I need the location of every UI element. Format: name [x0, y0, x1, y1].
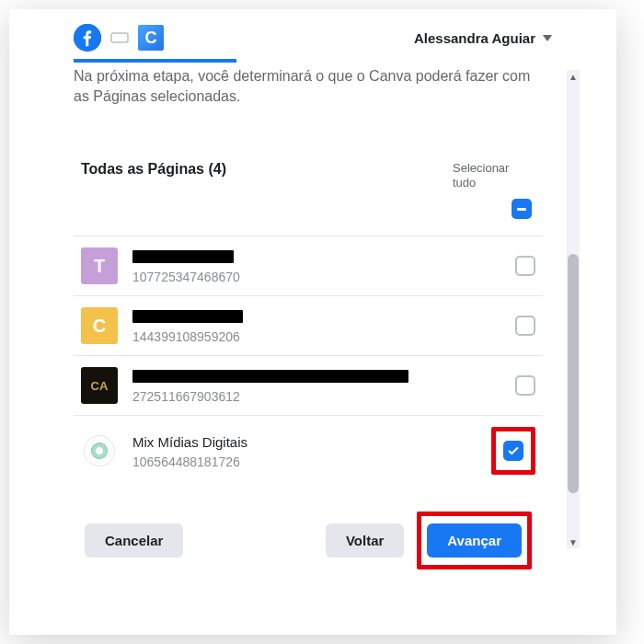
- page-avatar: [84, 435, 115, 466]
- highlight-annotation: Avançar: [417, 512, 532, 569]
- user-name: Alessandra Aguiar: [414, 30, 535, 46]
- footer-right: Voltar Avançar: [326, 512, 532, 569]
- redacted-name: [132, 370, 408, 383]
- page-info: 144399108959206: [132, 307, 484, 344]
- page-id: 144399108959206: [132, 329, 484, 344]
- page-id: 107725347468670: [132, 270, 484, 284]
- caret-down-icon: [543, 35, 552, 41]
- page-name: Mix Mídias Digitais: [132, 432, 484, 451]
- page-id: 272511667903612: [132, 389, 484, 404]
- next-button[interactable]: Avançar: [427, 523, 522, 558]
- page-avatar: C: [81, 307, 118, 344]
- dialog-header: C Alessandra Aguiar: [9, 9, 616, 59]
- scrollbar[interactable]: ▲ ▼: [567, 70, 580, 548]
- checkbox-wrap: [499, 256, 535, 276]
- page-checkbox[interactable]: [515, 256, 535, 276]
- page-row: Mix Mídias Digitais 106564488181726: [74, 415, 543, 486]
- app-icon-letter: C: [145, 29, 157, 48]
- dialog-container: C Alessandra Aguiar Na próxima etapa, vo…: [9, 9, 616, 635]
- dialog-footer: Cancelar Voltar Avançar: [74, 486, 543, 569]
- indeterminate-icon: [517, 208, 526, 211]
- page-info: 272511667903612: [132, 367, 484, 404]
- select-all-label: Selecionar tudo: [453, 161, 535, 190]
- page-avatar: CA: [81, 367, 118, 404]
- header-left: C: [74, 24, 164, 52]
- scroll-down-icon[interactable]: ▼: [567, 535, 580, 548]
- progress-track: [74, 59, 552, 63]
- svg-rect-1: [111, 33, 128, 42]
- redacted-name: [132, 310, 243, 323]
- highlight-annotation: [491, 427, 535, 475]
- back-button[interactable]: Voltar: [326, 523, 404, 558]
- page-checkbox[interactable]: [515, 316, 535, 336]
- avatar-letter: CA: [91, 379, 109, 393]
- avatar-graphic: [91, 443, 108, 459]
- list-header: Todas as Páginas (4) Selecionar tudo: [74, 115, 543, 236]
- page-name: [132, 247, 484, 266]
- scroll-up-icon[interactable]: ▲: [567, 70, 580, 83]
- select-all: Selecionar tudo: [453, 161, 535, 219]
- cancel-button[interactable]: Cancelar: [85, 523, 183, 558]
- page-avatar: T: [81, 247, 118, 284]
- checkbox-wrap: [499, 375, 535, 396]
- page-row: C 144399108959206: [74, 295, 543, 355]
- avatar-letter: T: [94, 256, 105, 277]
- page-info: 107725347468670: [132, 247, 484, 284]
- page-info: Mix Mídias Digitais 106564488181726: [132, 432, 484, 469]
- checkmark-icon: [507, 444, 520, 457]
- link-icon: [110, 31, 129, 44]
- user-menu[interactable]: Alessandra Aguiar: [414, 30, 552, 46]
- facebook-icon: [74, 24, 101, 52]
- checkbox-wrap: [499, 316, 535, 336]
- progress-bar: [74, 59, 236, 63]
- scroll-thumb[interactable]: [568, 254, 579, 493]
- redacted-name: [132, 250, 234, 263]
- page-id: 106564488181726: [132, 454, 484, 469]
- list-title: Todas as Páginas (4): [81, 161, 226, 178]
- page-row: CA 272511667903612: [74, 355, 543, 415]
- avatar-letter: C: [93, 316, 106, 337]
- page-checkbox[interactable]: [503, 441, 523, 461]
- content: Na próxima etapa, você determinará o que…: [74, 66, 567, 569]
- checkbox-wrap: [499, 427, 535, 475]
- page-row: T 107725347468670: [74, 236, 543, 295]
- canva-app-icon: C: [138, 25, 164, 51]
- page-checkbox[interactable]: [515, 375, 535, 396]
- page-name: [132, 307, 484, 326]
- intro-text: Na próxima etapa, você determinará o que…: [74, 66, 543, 115]
- select-all-checkbox[interactable]: [512, 199, 532, 219]
- page-name: [132, 367, 484, 385]
- dialog-body: Na próxima etapa, você determinará o que…: [9, 66, 616, 569]
